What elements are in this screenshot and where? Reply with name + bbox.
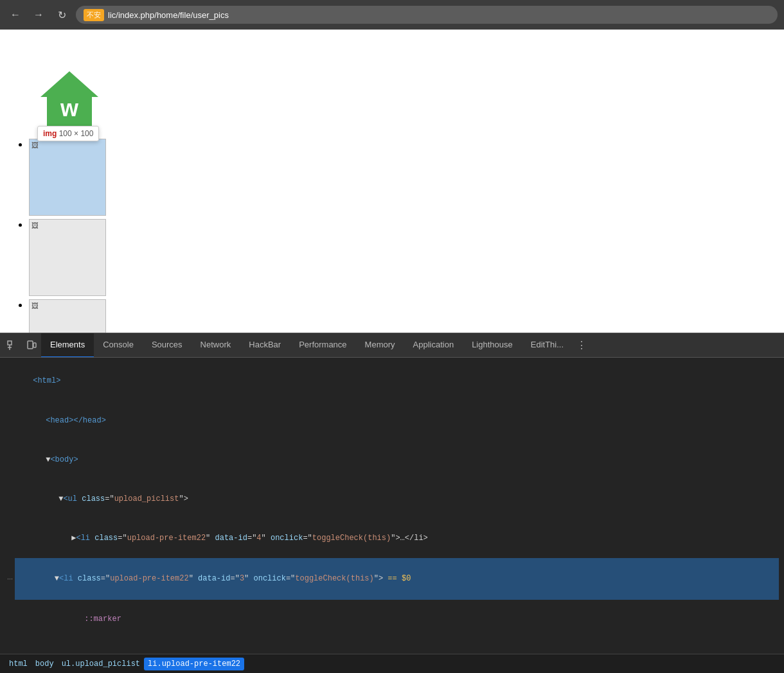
list-item[interactable]: 🖼 [29,139,106,216]
html-node[interactable]: <html> [5,362,779,401]
tab-network[interactable]: Network [192,333,240,358]
svg-rect-2 [8,341,12,345]
list-item[interactable]: 🖼 [29,219,106,296]
tab-lighthouse[interactable]: Lighthouse [463,333,522,358]
tab-elements[interactable]: Elements [41,333,94,358]
site-logo: w [37,68,102,132]
head-node[interactable]: <head></head> [5,401,779,440]
more-tabs-button[interactable]: ⋮ [573,339,591,351]
li-item3-selected-row: ··· ▼<li class="upload-pre-item22" data-… [5,558,779,600]
tab-performance[interactable]: Performance [290,333,355,358]
li-item4-node[interactable]: ▶<li class="upload-pre-item22" data-id="… [5,519,779,558]
security-warning: 不安 [84,9,104,21]
broken-img-icon: 🖼 [31,141,39,149]
tab-hackbar[interactable]: HackBar [240,333,290,358]
forward-button[interactable]: → [30,6,48,24]
marker-node[interactable]: ::marker [5,600,779,639]
image-list: 🖼 🖼 🖼 [29,139,106,354]
refresh-button[interactable]: ↻ [53,6,71,24]
tab-console[interactable]: Console [94,333,143,358]
tab-memory[interactable]: Memory [356,333,404,358]
body-node[interactable]: ▼<body> [5,440,779,479]
devtools-content: <html> <head></head> ▼<body> ▼<ul class=… [0,358,784,654]
tab-sources[interactable]: Sources [143,333,192,358]
expand-selected-item-button[interactable]: ··· [5,575,15,582]
tab-editthis[interactable]: EditThi... [522,333,573,358]
breadcrumb-li[interactable]: li.upload-pre-item22 [144,658,244,670]
svg-rect-6 [33,343,36,347]
address-bar[interactable]: 不安 lic/index.php/home/file/user_pics [76,6,778,24]
image-item-2[interactable]: 🖼 [29,219,106,296]
devtools-tabs: Elements Console Sources Network HackBar… [0,333,784,358]
broken-img-icon-3: 🖼 [31,302,39,310]
li-item3-node[interactable]: ▼<li class="upload-pre-item22" data-id="… [15,558,779,600]
ul-node[interactable]: ▼<ul class="upload_piclist"> [5,480,779,519]
browser-toolbar: ← → ↻ 不安 lic/index.php/home/file/user_pi… [0,0,784,30]
inspect-element-button[interactable] [3,336,22,355]
devtools-breadcrumb: html body ul.upload_piclist li.upload-pr… [0,654,784,673]
tab-application[interactable]: Application [404,333,463,358]
back-button[interactable]: ← [6,6,24,24]
url-text: lic/index.php/home/file/user_pics [108,10,229,20]
breadcrumb-html[interactable]: html [5,658,31,670]
image-item-1[interactable]: 🖼 [29,139,106,216]
device-toolbar-button[interactable] [22,336,41,355]
broken-img-icon-2: 🖼 [31,222,39,229]
page-content: w img 100 × 100 🖼 🖼 🖼 [0,30,784,354]
svg-rect-5 [28,341,33,349]
img-src-node[interactable]: <img src=■■■■■■■lic/uploads/picture/2021… [5,639,779,654]
devtools-panel: Elements Console Sources Network HackBar… [0,333,784,673]
breadcrumb-body[interactable]: body [31,658,58,670]
tooltip-dims: 100 × 100 [59,129,94,138]
svg-text:w: w [60,95,79,121]
breadcrumb-ul[interactable]: ul.upload_piclist [58,658,144,670]
tooltip-tag: img [43,129,57,138]
img-tooltip: img 100 × 100 [37,126,99,141]
